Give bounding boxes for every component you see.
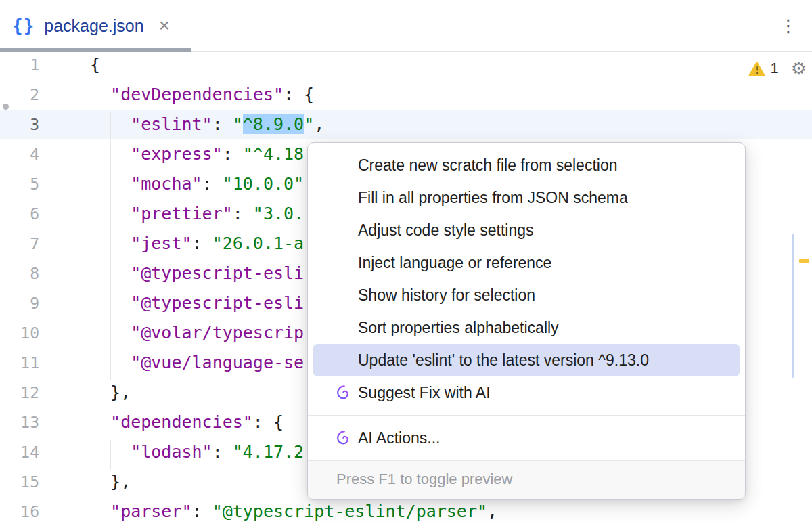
code-line[interactable]: 16 "parser": "@typescript-eslint/parser"…	[0, 497, 812, 527]
code-segment: "@volar/typescrip	[131, 323, 304, 343]
code-segment: :	[192, 502, 212, 521]
menu-item-label: Update 'eslint' to the latest version ^9…	[358, 351, 649, 369]
code-text: "eslint": "^8.9.0",	[74, 110, 324, 139]
menu-item-label: Create new scratch file from selection	[358, 156, 618, 174]
code-segment	[90, 412, 110, 432]
context-menu-item[interactable]: Suggest Fix with AI	[313, 376, 740, 409]
context-menu-item[interactable]: Update 'eslint' to the latest version ^9…	[313, 344, 740, 376]
context-menu-item[interactable]: Create new scratch file from selection	[313, 149, 740, 181]
context-menu-item[interactable]: Sort properties alphabetically	[313, 311, 740, 344]
context-menu-item[interactable]: Inject language or reference	[313, 246, 740, 279]
line-number[interactable]: 6	[0, 199, 74, 229]
code-text: "@vue/language-se	[74, 348, 304, 378]
code-segment: ,	[314, 114, 324, 134]
code-text: {	[74, 50, 100, 80]
code-segment: "3.0.	[253, 204, 304, 223]
tab-label: package.json	[44, 16, 143, 36]
line-number[interactable]: 12	[0, 378, 74, 408]
code-text: "prettier": "3.0.	[74, 199, 304, 229]
code-segment: "@vue/language-se	[131, 353, 304, 372]
line-number[interactable]: 5	[0, 169, 74, 199]
tab-options-kebab-icon[interactable]: ⋮	[780, 16, 797, 37]
line-number[interactable]: 10	[0, 318, 74, 348]
code-segment: "10.0.0"	[223, 174, 304, 194]
line-number[interactable]: 3	[0, 110, 74, 139]
context-menu-item[interactable]: Fill in all properties from JSON schema	[313, 181, 740, 214]
code-segment: },	[110, 472, 131, 491]
menu-item-label: AI Actions...	[358, 429, 440, 447]
warning-badge[interactable]: 1	[748, 60, 778, 77]
code-segment: :	[212, 442, 233, 462]
code-segment: "lodash"	[131, 442, 212, 462]
code-segment: "dependencies"	[110, 412, 253, 432]
inspection-widget: 1 ⚙	[748, 60, 807, 77]
indent-guide	[110, 112, 111, 380]
code-segment: },	[110, 382, 131, 402]
line-number[interactable]: 8	[0, 259, 74, 288]
code-segment: : {	[253, 412, 284, 432]
code-segment: "prettier"	[131, 204, 233, 223]
menu-item-label: Adjust code style settings	[358, 221, 534, 239]
code-segment	[90, 502, 110, 521]
context-menu-item[interactable]: Adjust code style settings	[313, 214, 740, 246]
context-menu-list: Create new scratch file from selectionFi…	[308, 149, 745, 454]
line-number[interactable]: 1	[0, 50, 74, 80]
code-segment: "parser"	[110, 502, 191, 521]
menu-item-label: Fill in all properties from JSON schema	[358, 189, 628, 206]
line-number[interactable]: 15	[0, 467, 74, 497]
json-file-icon: {}	[12, 16, 35, 36]
code-text: "@volar/typescrip	[74, 318, 304, 348]
context-menu: Create new scratch file from selectionFi…	[307, 142, 746, 500]
code-segment: "@typescript-esli	[131, 263, 304, 283]
warning-stripe-mark[interactable]	[799, 259, 809, 263]
menu-item-label: Suggest Fix with AI	[358, 384, 491, 401]
code-segment	[90, 382, 110, 402]
line-number[interactable]: 16	[0, 497, 74, 527]
menu-item-label: Sort properties alphabetically	[358, 319, 559, 336]
close-tab-icon[interactable]: ×	[159, 16, 170, 35]
scrollbar-thumb[interactable]	[792, 234, 794, 378]
code-segment: :	[223, 144, 243, 164]
line-number[interactable]: 7	[0, 229, 74, 259]
code-text: "@typescript-esli	[74, 288, 304, 318]
code-line[interactable]: 3 "eslint": "^8.9.0",	[0, 110, 812, 139]
code-text: "lodash": "4.17.2	[74, 437, 304, 467]
code-segment: :	[202, 174, 223, 194]
code-segment: ,	[487, 502, 497, 521]
menu-item-label: Inject language or reference	[358, 254, 551, 271]
settings-gear-icon[interactable]: ⚙	[791, 60, 807, 77]
code-segment: "express"	[131, 144, 222, 164]
code-line[interactable]: 1{	[0, 50, 812, 80]
line-number[interactable]: 2	[0, 80, 74, 110]
code-segment: "26.0.1-a	[212, 234, 304, 253]
tab-bar: {} package.json × ⋮	[0, 0, 812, 52]
ai-swirl-icon	[335, 430, 352, 447]
line-number[interactable]: 9	[0, 288, 74, 318]
menu-item-label: Show history for selection	[358, 286, 535, 304]
code-line[interactable]: 2 "devDependencies": {	[0, 80, 812, 110]
code-segment: "4.17.2	[233, 442, 304, 462]
menu-separator	[308, 415, 745, 416]
code-segment: "	[233, 114, 243, 134]
context-menu-item[interactable]: AI Actions...	[313, 422, 740, 454]
menu-footer-hint: Press F1 to toggle preview	[308, 460, 745, 499]
tab-package-json[interactable]: {} package.json ×	[0, 0, 187, 51]
code-text: "mocha": "10.0.0"	[74, 169, 304, 199]
code-segment: "jest"	[131, 234, 191, 253]
code-segment: "@typescript-esli	[131, 293, 304, 313]
selected-text: ^8.9.0	[243, 114, 304, 134]
code-segment: :	[212, 114, 233, 134]
code-segment: "devDependencies"	[110, 85, 284, 104]
context-menu-item[interactable]: Show history for selection	[313, 279, 740, 311]
line-number[interactable]: 11	[0, 348, 74, 378]
code-text: },	[74, 467, 131, 497]
line-number[interactable]: 4	[0, 139, 74, 169]
code-segment: "mocha"	[131, 174, 202, 194]
code-text: "express": "^4.18	[74, 139, 304, 169]
line-number[interactable]: 13	[0, 408, 74, 437]
code-segment	[90, 472, 110, 491]
code-segment: :	[233, 204, 253, 223]
gutter-dot	[3, 104, 9, 110]
line-number[interactable]: 14	[0, 437, 74, 467]
code-text: "dependencies": {	[74, 408, 284, 437]
